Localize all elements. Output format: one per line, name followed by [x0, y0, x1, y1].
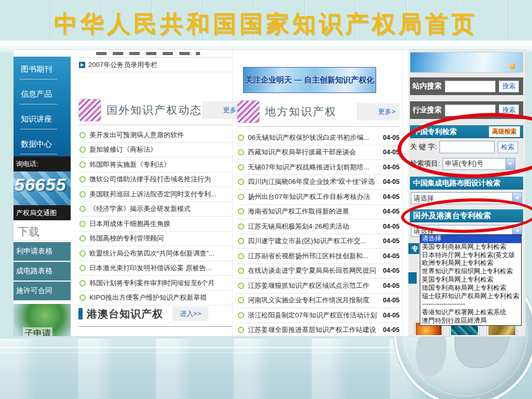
news-link: 四川遂宁建立市县(区)知识产权工作交... [248, 236, 381, 246]
industry-search-button[interactable]: 搜索 [499, 104, 519, 116]
news-item[interactable]: 在线访谈走进宁夏宁夏局局长回答网民提问04-05 [237, 264, 400, 279]
news-item[interactable]: 四川内江揭晓06年度企业技术“双十佳”评选04-05 [237, 175, 400, 190]
news-date: 04-05 [383, 237, 400, 245]
dropdown-option-selected[interactable]: 请选择 [420, 235, 521, 243]
column-separator [232, 50, 233, 337]
news-item[interactable]: 江苏副省长视察扬州邗江区科技创新和...04-05 [237, 249, 400, 264]
heading-bar-icon [78, 308, 83, 320]
news-item[interactable]: 美国联邦巡回上诉法院否定同时支付专利... [78, 187, 232, 202]
phone-bar: 询电话: [14, 156, 71, 171]
phone-number: 56655 [15, 175, 66, 195]
news-item[interactable]: 无锡07年知识产权战略推进计划前期培...04-05 [237, 160, 400, 175]
dropdown-option[interactable]: 日本特许厅网上专利检索(英文版 [420, 251, 521, 260]
dropdown-option[interactable]: 澳門特別行政區經濟局 [420, 317, 521, 325]
advanced-search-button[interactable]: 高级检索 [489, 126, 520, 137]
news-link: 海南省知识产权工作取得新的进展 [248, 207, 381, 216]
news-item[interactable]: 海南省知识产权工作取得新的进展04-05 [237, 205, 400, 220]
news-date: 04-05 [383, 193, 400, 201]
news-item[interactable]: 《经济学家》揭示美企研发新模式 [78, 202, 232, 217]
industry-search-input[interactable] [445, 104, 496, 116]
download-item-license-contract[interactable]: 施许可合同 [14, 282, 71, 300]
dropdown-option[interactable]: 英国专利局网上专利检索 [420, 276, 521, 284]
download-item-label: 成电路表格 [16, 267, 52, 276]
enter-link[interactable]: 进入>> [172, 307, 208, 321]
sidebar-item-lectures[interactable]: 知识讲座 [14, 107, 71, 131]
hidden-section-header: 专 [408, 243, 419, 254]
phone-image: 56655 [14, 171, 71, 205]
news-item[interactable]: 江苏姜堰狠抓知识产权区域试点示范工作04-05 [237, 278, 400, 294]
news-item[interactable]: 河南巩义实施企业专利工作情况月报制度04-05 [237, 294, 400, 309]
innovation-banner[interactable]: 关注企业明天 — 自主创新知识产权化 [243, 67, 376, 93]
dropdown-option[interactable]: 香港知识产权署网上检索系统 [420, 309, 521, 317]
news-item[interactable]: 日本激光束打印发明补偿诉讼案 原被告... [78, 261, 232, 276]
keyword-input[interactable] [440, 141, 495, 153]
news-date: 04-05 [383, 208, 400, 215]
news-item[interactable]: 韩国高校的专利管理顾问 [78, 232, 232, 247]
dropdown-option[interactable]: 欧洲专利局网上专利检索 [420, 259, 521, 268]
industry-search-bar: 行业搜索 搜索 [410, 101, 523, 119]
news-item[interactable]: 新加坡修订《商标法》 [78, 143, 232, 158]
sidebar-item-label: 信息产品 [21, 89, 52, 99]
dropdown-option[interactable]: 美国专利商标局网上专利检索 [420, 243, 521, 251]
download-item-label: 施许可合同 [16, 286, 52, 296]
news-date: 04-05 [383, 178, 400, 185]
e-filing-banner[interactable]: 子申请 [14, 304, 71, 337]
arrow-icon: ▶ [79, 62, 85, 68]
bullet-icon [238, 164, 244, 170]
news-item[interactable]: KIPO推出方便客户维护知识产权新举措 [78, 291, 232, 306]
chevron-down-icon [512, 193, 522, 204]
news-item[interactable]: 韩国计划将专利案件审判时间缩短至6个月 [78, 276, 232, 291]
download-item-ic-forms[interactable]: 成电路表格 [14, 262, 71, 281]
news-item[interactable]: 美开发出可预测病人意愿的软件 [78, 128, 232, 143]
site-search-input[interactable] [445, 81, 496, 92]
keyword-label: 关 键 字: [410, 142, 437, 152]
civil-servant-link-row[interactable]: ▶ 2007年公务员录用专栏 [78, 58, 232, 72]
promo-graphic [410, 52, 523, 73]
search-field-value: 申请(专利)号 [443, 159, 506, 168]
search-field-select[interactable]: 申请(专利)号 [443, 158, 515, 170]
dropdown-option[interactable]: 世界知识产权组织网上专利检索 [420, 268, 521, 276]
bullet-icon [238, 135, 244, 141]
foreign-patent-dropdown: 请选择 美国专利商标局网上专利检索 日本特许厅网上专利检索(英文版 欧洲专利局网… [420, 234, 522, 326]
sidebar-nav: 图书期刊 信息产品 知识讲座 数据中心 [14, 57, 71, 156]
news-item[interactable]: 欧盟统计局公布第四次“共同体创新调查”... [78, 246, 232, 261]
bullet-icon [238, 194, 244, 200]
more-link[interactable]: 更多> [357, 103, 400, 121]
sidebar-item-books[interactable]: 图书期刊 [14, 57, 71, 82]
news-item[interactable]: 扬州出台07年知识产权工作目标考核办法04-05 [237, 190, 400, 205]
news-item[interactable]: 西藏知识产权局举行援藏干部座谈会04-05 [237, 145, 400, 161]
news-item[interactable]: 日本用成体干细胞再生角膜 [78, 217, 232, 232]
china-patent-search-header: 中国专利检索 高级检索 [410, 125, 523, 138]
local-news-header: 地方知识产权 更多> [237, 99, 400, 124]
ic-layout-search-header: 中国集成电路布图设计检索 [410, 177, 523, 190]
news-link: 江苏副省长视察扬州邗江区科技创新和... [248, 251, 381, 261]
news-item[interactable]: 浙江松阳县制定07年知识产权宣传活动计划04-05 [237, 308, 400, 323]
bullet-icon [238, 253, 244, 259]
news-item[interactable]: 江苏姜堰全面推进基层知识产权工作站建设04-05 [237, 323, 400, 337]
download-item-patent-forms[interactable]: 利申请表格 [14, 242, 71, 261]
dropdown-option[interactable]: 德国专利商标局网上专利检索 [420, 284, 521, 292]
news-link: 江苏姜堰狠抓知识产权区域试点示范工作 [248, 281, 381, 290]
foreign-patent-search-header: 国外及港澳台专利检索 [410, 209, 523, 222]
search-field-label: 检索项目: [410, 159, 440, 168]
news-item[interactable]: 06无锡知识产权保护状况白皮书初步编...04-05 [237, 130, 400, 145]
news-link: 江苏姜堰全面推进基层知识产权工作站建设 [248, 325, 381, 335]
news-link: 新加坡修订《商标法》 [89, 145, 232, 154]
bullet-icon [79, 132, 86, 138]
bullet-icon [79, 206, 86, 212]
traffic-map-bar[interactable]: 产权局交通图 [14, 205, 71, 220]
patent-search-button[interactable]: 检索 [498, 141, 518, 153]
hidden-section-header [408, 272, 417, 284]
ic-layout-select-value: 请选择 [411, 194, 512, 203]
site-search-button[interactable]: 搜索 [499, 81, 519, 92]
section-title: 地方知识产权 [265, 104, 337, 119]
news-item[interactable]: 江苏无锡局积极筹划4·26相关活动04-05 [237, 219, 400, 234]
ic-layout-select[interactable]: 请选择 [411, 192, 522, 204]
news-item[interactable]: 微软公司借助法律手段打击域名抢注行为 [78, 172, 232, 188]
sidebar-item-info-products[interactable]: 信息产品 [14, 82, 71, 107]
news-item[interactable]: 四川遂宁建立市县(区)知识产权工作交...04-05 [237, 234, 400, 249]
bullet-icon [238, 312, 244, 318]
news-item[interactable]: 韩国即将实施新《专利法》 [78, 157, 232, 172]
sidebar-item-data-center[interactable]: 数据中心 [14, 131, 71, 156]
dropdown-option[interactable]: 瑞士联邦知识产权局网上专利检索 [420, 292, 521, 301]
